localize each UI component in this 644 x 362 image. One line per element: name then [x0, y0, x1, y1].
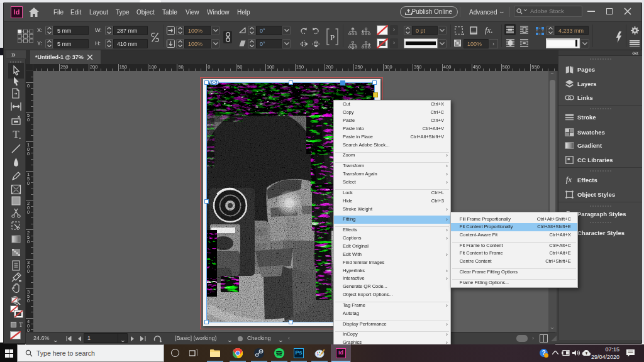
- svg-text:P: P: [330, 33, 335, 42]
- svg-text:T: T: [13, 129, 19, 140]
- svg-text:fx: fx: [566, 176, 572, 184]
